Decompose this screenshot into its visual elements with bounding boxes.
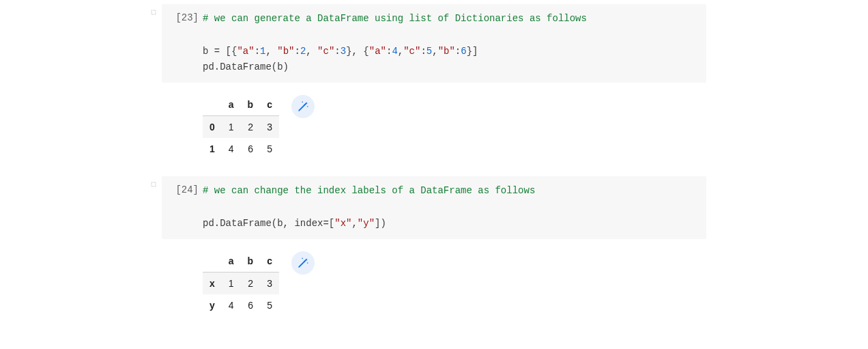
cell-gutter-decor-icon xyxy=(149,179,158,190)
dataframe-table: a b c 0 1 2 3 1 4 6 xyxy=(203,94,279,160)
cell-input[interactable]: [23] # we can generate a DataFrame using… xyxy=(162,4,706,83)
table-col-header: a xyxy=(222,250,241,273)
table-row-header: 0 xyxy=(203,116,222,139)
suggest-chart-button[interactable] xyxy=(291,95,315,118)
table-cell: 5 xyxy=(260,138,279,160)
table-cell: 2 xyxy=(241,272,261,294)
svg-point-5 xyxy=(302,257,303,259)
table-col-header: a xyxy=(222,94,241,116)
execution-count: [24] xyxy=(162,183,203,195)
notebook-cell: [24] # we can change the index labels of… xyxy=(0,176,868,320)
execution-count: [23] xyxy=(162,11,203,23)
code-comment: # we can generate a DataFrame using list… xyxy=(203,13,587,24)
table-row-header: y xyxy=(203,294,222,316)
exec-label: [23] xyxy=(175,12,199,23)
table-cell: 3 xyxy=(260,272,279,294)
svg-rect-3 xyxy=(151,182,156,186)
table-col-header: c xyxy=(260,94,279,116)
notebook-cell: [23] # we can generate a DataFrame using… xyxy=(0,4,868,164)
code-text: b = [{"a":1, "b":2, "c":3}, {"a":4,"c":5… xyxy=(203,46,478,57)
cell-gutter-decor-icon xyxy=(149,7,158,18)
dataframe-table: a b c x 1 2 3 y 4 6 xyxy=(203,250,279,316)
table-cell: 6 xyxy=(241,294,261,316)
table-cell: 6 xyxy=(241,138,261,160)
cell-output: a b c 0 1 2 3 1 4 6 xyxy=(162,83,706,164)
table-cell: 1 xyxy=(222,116,241,139)
svg-rect-0 xyxy=(151,10,156,14)
svg-point-4 xyxy=(307,262,308,264)
code-text: pd.DataFrame(b) xyxy=(203,61,289,72)
table-row: y 4 6 5 xyxy=(203,294,279,316)
table-row: 1 4 6 5 xyxy=(203,138,279,160)
magic-wand-icon xyxy=(296,100,310,113)
magic-wand-icon xyxy=(296,256,310,270)
table-cell: 2 xyxy=(241,116,261,139)
table-row: 0 1 2 3 xyxy=(203,116,279,139)
table-cell: 4 xyxy=(222,138,241,160)
table-row-header: x xyxy=(203,272,222,294)
table-corner xyxy=(203,250,222,273)
cell-input[interactable]: [24] # we can change the index labels of… xyxy=(162,176,706,238)
table-cell: 1 xyxy=(222,272,241,294)
svg-point-1 xyxy=(307,106,308,107)
table-header-row: a b c xyxy=(203,250,279,273)
table-cell: 5 xyxy=(260,294,279,316)
code-comment: # we can change the index labels of a Da… xyxy=(203,185,535,196)
svg-point-2 xyxy=(302,102,303,103)
code-editor[interactable]: # we can change the index labels of a Da… xyxy=(203,183,697,232)
suggest-chart-button[interactable] xyxy=(291,251,315,275)
code-text: pd.DataFrame(b, index=["x","y"]) xyxy=(203,218,386,229)
table-row-header: 1 xyxy=(203,138,222,160)
table-row: x 1 2 3 xyxy=(203,272,279,294)
table-cell: 4 xyxy=(222,294,241,316)
notebook-viewport: [23] # we can generate a DataFrame using… xyxy=(0,0,868,320)
table-cell: 3 xyxy=(260,116,279,139)
table-col-header: c xyxy=(260,250,279,273)
code-editor[interactable]: # we can generate a DataFrame using list… xyxy=(203,11,697,76)
exec-label: [24] xyxy=(175,184,199,195)
cell-output: a b c x 1 2 3 y 4 6 xyxy=(162,239,706,320)
table-header-row: a b c xyxy=(203,94,279,116)
table-col-header: b xyxy=(241,94,261,116)
table-col-header: b xyxy=(241,250,261,273)
table-corner xyxy=(203,94,222,116)
